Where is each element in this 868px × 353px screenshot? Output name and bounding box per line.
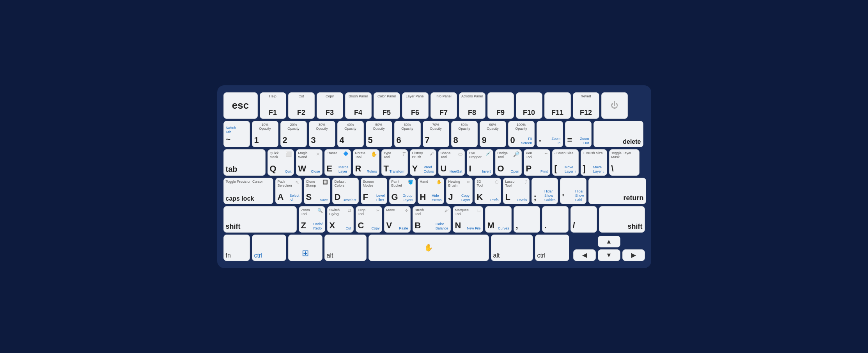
b-blue: ColorBalance	[436, 222, 448, 231]
key-f8[interactable]: Actions Panel F8	[459, 92, 485, 119]
key-esc[interactable]: esc	[223, 92, 258, 119]
q-main: Q	[270, 164, 276, 174]
key-o[interactable]: DodgeTool 🔎 O Open	[495, 149, 522, 176]
key-delete[interactable]: delete	[593, 121, 643, 147]
key-power[interactable]: ⏻	[601, 92, 628, 119]
key-0[interactable]: 100%Opacity 0 FitScreen	[508, 121, 535, 147]
key-u[interactable]: ShapeTool ⬭ U Hue/Sat	[438, 149, 465, 176]
key-equals[interactable]: = ZoomOut	[565, 121, 592, 147]
key-e[interactable]: Eraser 🔷 E MergeLayer	[324, 149, 351, 176]
bracketl-main: [	[554, 164, 557, 174]
key-slash[interactable]: /	[570, 206, 597, 233]
key-spacebar[interactable]: ✋	[368, 235, 489, 261]
key-tilde[interactable]: Switch Tab ~	[223, 121, 250, 147]
key-tab[interactable]: tab	[223, 149, 266, 176]
f3-top: Copy	[319, 94, 341, 99]
key-alt-right[interactable]: alt	[491, 235, 533, 261]
key-q[interactable]: QuickMask ⬜ Q Quit	[267, 149, 294, 176]
key-i[interactable]: EyeDropper 💉 I Invert	[467, 149, 493, 176]
key-backslash[interactable]: Toggle LayerMask \	[609, 149, 639, 176]
key-m[interactable]: M Curves	[485, 206, 512, 233]
key-z[interactable]: ZoomTool 🔍 Z Undo/Redo	[299, 206, 325, 233]
key-bracket-l[interactable]: - Brush Size [ MoveLayer ↑	[552, 149, 579, 176]
key2-top: 20%Opacity	[283, 123, 305, 131]
key-w[interactable]: MagicWand ✳ W Close	[296, 149, 322, 176]
key-k[interactable]: 3DTool ⬡ K Prefs	[475, 178, 501, 204]
key-b[interactable]: BrushTool 🖌 B ColorBalance	[413, 206, 451, 233]
key-p[interactable]: PenTool ✒ P Print	[524, 149, 550, 176]
key-g[interactable]: PaintBucket 🪣 G GroupLayers	[389, 178, 416, 204]
key-2[interactable]: 20%Opacity 2	[280, 121, 307, 147]
key-r[interactable]: RotateTool ✋ R Rulers	[353, 149, 379, 176]
arrow-down[interactable]: ▼	[598, 249, 620, 261]
key-f[interactable]: Screen Modes F LevelFilter	[361, 178, 387, 204]
b-icon: 🖌	[444, 208, 448, 217]
r-blue: Rulers	[367, 169, 377, 174]
key-f4[interactable]: Brush Panel F4	[345, 92, 372, 119]
key-comma[interactable]: ,	[514, 206, 540, 233]
key-l[interactable]: LassoTool ⤴ L Levels	[503, 178, 530, 204]
slash-main: /	[573, 221, 575, 231]
key3-main: 3	[311, 135, 333, 145]
key-ctrl-right[interactable]: ctrl	[535, 235, 569, 261]
key-j[interactable]: HealingBrush ✏ J CopyLayer	[446, 178, 473, 204]
arrow-right[interactable]: ▶	[622, 249, 645, 261]
key-bracket-r[interactable]: + Brush Size ] MoveLayer ↓	[581, 149, 607, 176]
c-main: C	[358, 221, 364, 231]
key-quote[interactable]: ' Hide/ShowGrid	[560, 178, 586, 204]
key-f9[interactable]: F9	[487, 92, 514, 119]
e-main: E	[327, 164, 333, 174]
shift-left-label: shift	[226, 222, 241, 231]
key-windows[interactable]: ⊞	[288, 235, 322, 261]
key-f7[interactable]: Info Panel F7	[430, 92, 457, 119]
key-f2[interactable]: Cut F2	[288, 92, 315, 119]
key-8[interactable]: 80%Opacity 8	[451, 121, 478, 147]
key-d[interactable]: Default Colors D Deselect	[332, 178, 359, 204]
o-main: O	[498, 164, 504, 174]
key-1[interactable]: 10%Opacity 1	[252, 121, 278, 147]
key-a[interactable]: PathSelection ↖ A SelectAll	[275, 178, 302, 204]
i-blue: Invert	[482, 169, 491, 174]
o-icon: 🔎	[513, 151, 519, 160]
arrow-left[interactable]: ◀	[573, 249, 596, 261]
key-5[interactable]: 50%Opacity 5	[366, 121, 392, 147]
key-f11[interactable]: F11	[544, 92, 571, 119]
key-period[interactable]: .	[542, 206, 569, 233]
key-s[interactable]: CloneStamp 🔲 S Save	[304, 178, 330, 204]
key-capslock[interactable]: Toggle Precision Cursor caps lock	[223, 178, 273, 204]
key-c[interactable]: CropTool ✂ C Copy	[356, 206, 382, 233]
key-semicolon[interactable]: ; Hide/ShowGuides	[531, 178, 558, 204]
key-6[interactable]: 60%Opacity 6	[394, 121, 421, 147]
key-v[interactable]: Move ✛ V Paste	[384, 206, 411, 233]
key-f6[interactable]: Layer Panel F6	[402, 92, 429, 119]
key-y[interactable]: HistoryBrush 🖌 Y ProofColors	[410, 149, 436, 176]
key-f12[interactable]: Revert F12	[573, 92, 599, 119]
key-f10[interactable]: F10	[516, 92, 542, 119]
key-f5[interactable]: Color Panel F5	[374, 92, 400, 119]
key8-top: 80%Opacity	[453, 123, 475, 131]
key-ctrl-left[interactable]: ctrl	[252, 235, 286, 261]
f11-main: F11	[547, 109, 569, 117]
key-f1[interactable]: Help F1	[260, 92, 286, 119]
u-top1: ShapeTool	[441, 151, 451, 160]
key-f3[interactable]: Copy F3	[317, 92, 343, 119]
arrow-up[interactable]: ▲	[598, 236, 620, 247]
key-4[interactable]: 40%Opacity 4	[337, 121, 364, 147]
key-alt-left[interactable]: alt	[324, 235, 367, 261]
v-blue: Paste	[399, 226, 408, 231]
key-h[interactable]: Hand ✋ H HideExtras	[418, 178, 444, 204]
key-fn[interactable]: fn	[223, 235, 250, 261]
key-3[interactable]: 30%Opacity 3	[309, 121, 335, 147]
x-top1: SwitchFg/Bg	[329, 208, 340, 217]
z-main: Z	[301, 221, 306, 231]
key-n[interactable]: MarqueeTool ⬚ N New File	[453, 206, 483, 233]
key-7[interactable]: 70%Opacity 7	[423, 121, 449, 147]
key-9[interactable]: 90%Opacity 9	[480, 121, 506, 147]
key-shift-right[interactable]: shift	[599, 206, 645, 233]
key-minus[interactable]: - ZoomIn	[537, 121, 563, 147]
key-shift-left[interactable]: shift	[223, 206, 297, 233]
key-x[interactable]: SwitchFg/Bg ⇄ X Cut	[327, 206, 354, 233]
key-t[interactable]: TypeTool T T Transform	[381, 149, 408, 176]
w-blue: Close	[311, 169, 320, 174]
key-return[interactable]: return	[588, 178, 646, 204]
